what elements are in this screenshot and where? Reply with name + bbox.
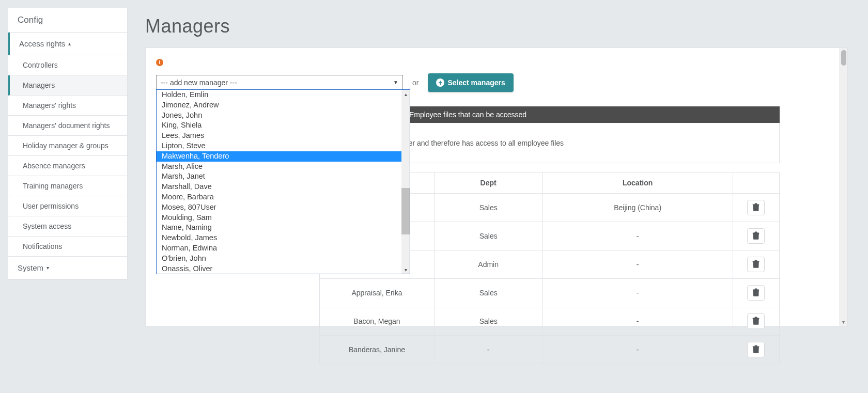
dropdown-option[interactable]: Lees, James xyxy=(157,131,401,141)
dropdown-option[interactable]: Norman, Edwina xyxy=(157,243,401,254)
svg-rect-5 xyxy=(755,203,757,205)
plus-icon: + xyxy=(436,78,444,87)
select-managers-button[interactable]: + Select managers xyxy=(428,73,513,92)
sidebar-section-access-rights[interactable]: Access rights ▴ xyxy=(8,33,127,55)
cell-dept: Sales xyxy=(434,194,542,222)
dropdown-option[interactable]: O'brien, John xyxy=(157,254,401,264)
svg-rect-22 xyxy=(753,290,759,291)
dropdown-option[interactable]: Lipton, Steve xyxy=(157,141,401,151)
dropdown-option[interactable]: Marshall, Dave xyxy=(157,182,401,192)
sidebar-item-absence-managers[interactable]: Absence managers xyxy=(8,156,127,176)
cell-location: - xyxy=(542,307,733,336)
trash-icon xyxy=(752,288,760,298)
sidebar-item-system-access[interactable]: System access xyxy=(8,216,127,237)
dropdown-option[interactable]: Marsh, Janet xyxy=(157,171,401,182)
table-header-dept[interactable]: Dept xyxy=(434,172,542,194)
cell-location: - xyxy=(542,336,733,364)
delete-button[interactable] xyxy=(747,228,765,244)
cell-actions xyxy=(733,336,779,364)
select-managers-label: Select managers xyxy=(447,78,505,87)
cell-dept: Admin xyxy=(434,250,542,279)
manager-dropdown-list[interactable]: ▴ ▾ Holden, Emlin Jimonez, Andrew Jones,… xyxy=(156,89,410,274)
cell-name: Bacon, Megan xyxy=(320,307,435,336)
svg-rect-11 xyxy=(755,232,757,233)
svg-rect-23 xyxy=(755,289,757,290)
delete-button[interactable] xyxy=(747,285,765,301)
dropdown-option[interactable]: Moore, Barbara xyxy=(157,192,401,202)
svg-rect-28 xyxy=(753,318,759,319)
sidebar-item-holiday-manager-groups[interactable]: Holiday manager & groups xyxy=(8,136,127,156)
dropdown-scrollbar-thumb[interactable] xyxy=(401,188,410,234)
sidebar-item-managers-rights[interactable]: Managers' rights xyxy=(8,96,127,116)
delete-button[interactable] xyxy=(747,342,765,357)
sidebar-item-user-permissions[interactable]: User permissions xyxy=(8,196,127,216)
delete-button[interactable] xyxy=(747,200,765,215)
dropdown-option[interactable]: King, Shiela xyxy=(157,120,401,131)
cell-dept: Sales xyxy=(434,222,542,250)
table-row: Appraisal, ErikaSales- xyxy=(320,279,780,307)
sidebar-header-config[interactable]: Config xyxy=(8,8,127,33)
dropdown-option[interactable]: Onassis, Oliver xyxy=(157,264,401,274)
sidebar-item-training-managers[interactable]: Training managers xyxy=(8,176,127,196)
dropdown-scrollbar-track[interactable] xyxy=(401,90,410,274)
dropdown-option[interactable]: Jones, John xyxy=(157,111,401,121)
sidebar-item-notifications[interactable]: Notifications xyxy=(8,237,127,257)
svg-rect-35 xyxy=(755,345,757,347)
table-row: Bacon, MeganSales- xyxy=(320,307,780,336)
table-header-actions xyxy=(733,172,779,194)
trash-icon xyxy=(752,317,760,326)
scroll-up-arrow-icon[interactable]: ▴ xyxy=(401,90,410,98)
trash-icon xyxy=(752,231,760,241)
table-header-location[interactable]: Location xyxy=(542,172,733,194)
cell-name: Appraisal, Erika xyxy=(320,279,435,307)
panel-scrollbar[interactable]: ▾ xyxy=(839,48,847,326)
sidebar-section-label: Access rights xyxy=(19,39,65,48)
main-content: Managers i --- add new manager --- ▼ or … xyxy=(145,15,848,326)
delete-button[interactable] xyxy=(747,313,765,329)
sidebar-item-controllers[interactable]: Controllers xyxy=(8,55,127,75)
trash-icon xyxy=(752,345,760,355)
dropdown-option[interactable]: Newbold, James xyxy=(157,233,401,243)
sidebar-item-managers-document-rights[interactable]: Managers' document rights xyxy=(8,116,127,136)
cell-name: Banderas, Janine xyxy=(320,336,435,364)
table-row: Banderas, Janine-- xyxy=(320,336,780,364)
delete-button[interactable] xyxy=(747,257,765,272)
dropdown-option[interactable]: Marsh, Alice xyxy=(157,162,401,172)
cell-location: Beijing (China) xyxy=(542,194,733,222)
scroll-down-arrow-icon[interactable]: ▾ xyxy=(839,318,847,326)
svg-rect-29 xyxy=(755,317,757,318)
sidebar-item-managers[interactable]: Managers xyxy=(8,75,127,96)
content-panel: i --- add new manager --- ▼ or + Select … xyxy=(145,48,848,326)
cell-location: - xyxy=(542,250,733,279)
cell-dept: Sales xyxy=(434,307,542,336)
cell-actions xyxy=(733,194,779,222)
dropdown-option-selected[interactable]: Makwenha, Tendero xyxy=(157,151,401,162)
dropdown-option[interactable]: Name, Naming xyxy=(157,223,401,233)
chevron-down-icon: ▼ xyxy=(393,80,398,85)
or-label: or xyxy=(412,78,419,87)
cell-location: - xyxy=(542,222,733,250)
panel-scrollbar-thumb[interactable] xyxy=(841,50,846,66)
dropdown-option[interactable]: Moses, 807User xyxy=(157,202,401,213)
cell-actions xyxy=(733,222,779,250)
trash-icon xyxy=(752,260,760,270)
dropdown-option[interactable]: Jimonez, Andrew xyxy=(157,100,401,111)
dropdown-option[interactable]: Opal, Claire xyxy=(157,274,401,274)
caret-up-icon: ▴ xyxy=(68,41,71,46)
select-placeholder: --- add new manager --- xyxy=(161,78,237,87)
sidebar: Config Access rights ▴ Controllers Manag… xyxy=(8,8,128,280)
trash-icon xyxy=(752,203,760,213)
scroll-down-arrow-icon[interactable]: ▾ xyxy=(401,265,410,274)
caret-down-icon: ▾ xyxy=(47,265,49,271)
sidebar-section-system[interactable]: System ▾ xyxy=(8,257,127,279)
cell-dept: - xyxy=(434,336,542,364)
dropdown-option[interactable]: Moulding, Sam xyxy=(157,213,401,223)
dropdown-option[interactable]: Holden, Emlin xyxy=(157,90,401,100)
info-icon[interactable]: i xyxy=(156,59,163,66)
svg-rect-4 xyxy=(753,205,759,206)
add-manager-select[interactable]: --- add new manager --- ▼ xyxy=(156,75,403,90)
svg-rect-16 xyxy=(753,261,759,262)
cell-actions xyxy=(733,279,779,307)
sidebar-section-label: System xyxy=(18,263,43,272)
page-title: Managers xyxy=(145,15,848,37)
